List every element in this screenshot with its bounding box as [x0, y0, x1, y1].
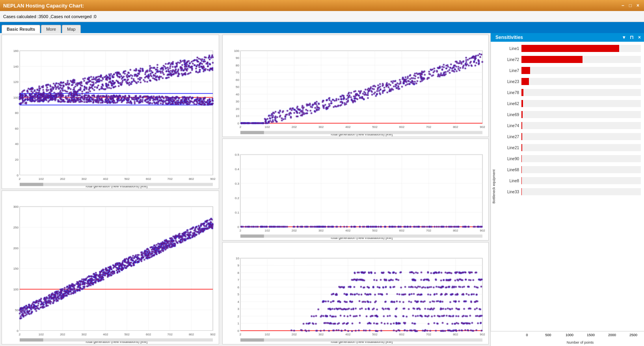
undervoltage-chart: Number of nodes with undervoltages vs po…	[222, 139, 489, 241]
bar-label-Line21: Line21	[500, 146, 521, 150]
bar-bg-Line72	[521, 56, 641, 63]
bar-fill-Line68	[521, 166, 522, 173]
overvoltage-chart: Number of nodes with overvoltage vs powe…	[222, 35, 489, 137]
bar-bg-Line23	[521, 78, 641, 85]
minimize-btn[interactable]: −	[620, 3, 626, 8]
sens-x-tick: 1000	[559, 333, 580, 337]
sens-x-tick: 2000	[601, 333, 623, 337]
bar-bg-Line7	[521, 67, 641, 74]
bar-bg-Line33	[521, 188, 641, 195]
sens-x-tick: 2500	[623, 333, 644, 337]
bar-fill-Line21	[521, 144, 522, 151]
sens-x-tick: 500	[538, 333, 559, 337]
bar-fill-Line90	[521, 155, 522, 162]
bar-bg-Line90	[521, 155, 641, 162]
bar-label-Line62: Line62	[500, 102, 521, 106]
bar-row-Line78: Line78	[500, 87, 641, 98]
bar-bg-Line1	[521, 45, 641, 52]
bar-label-Line74: Line74	[500, 124, 521, 128]
app-title: NEPLAN Hosting Capacity Chart:	[3, 3, 84, 9]
bar-row-Line21: Line21	[500, 142, 641, 153]
close-btn[interactable]: ×	[635, 3, 641, 8]
tab-basic-results[interactable]: Basic Results	[2, 25, 40, 33]
sensitivities-header: Sensitivities ▾ ⊓ ×	[491, 33, 644, 42]
sens-x-tick: 0	[516, 333, 538, 337]
bar-fill-Line1	[521, 45, 619, 52]
sens-dock-btn[interactable]: ⊓	[630, 35, 633, 40]
bar-chart-area: Line1Line72Line7Line23Line78Line62Line69…	[497, 42, 644, 331]
bar-label-Line27: Line27	[500, 135, 521, 139]
sens-x-label: Number of points	[516, 340, 644, 344]
bar-bg-Line8	[521, 177, 641, 184]
sens-close-btn[interactable]: ×	[638, 35, 641, 40]
bar-fill-Line72	[521, 56, 583, 63]
bar-bg-Line21	[521, 144, 641, 151]
tab-more[interactable]: More	[41, 25, 61, 33]
tab-bar: Basic Results More Map	[0, 22, 644, 33]
bar-bg-Line68	[521, 166, 641, 173]
bar-bg-Line69	[521, 111, 641, 118]
bar-fill-Line78	[521, 89, 523, 96]
bar-label-Line72: Line72	[500, 57, 521, 62]
loading-chart: Max. reported loading vs power Reference…	[2, 191, 219, 345]
bar-row-Line33: Line33	[500, 187, 641, 197]
bar-x-axis: 05001000150020002500	[491, 331, 644, 339]
bar-label-Line68: Line68	[500, 168, 521, 172]
bar-fill-Line7	[521, 67, 530, 74]
bar-fill-Line62	[521, 100, 523, 107]
bar-label-Line78: Line78	[500, 91, 521, 95]
voltage-chart: Min. and Max. reported voltages vs power…	[2, 35, 219, 189]
bar-row-Line74: Line74	[500, 120, 641, 131]
bar-fill-Line69	[521, 111, 523, 118]
loading-canvas[interactable]	[2, 191, 219, 344]
bar-bg-Line78	[521, 89, 641, 96]
sens-content: Bottleneck equipment Line1Line72Line7Lin…	[491, 42, 644, 331]
bar-fill-Line27	[521, 133, 522, 140]
bar-label-Line69: Line69	[500, 113, 521, 117]
overloaded-chart: Number of overloaded elements vs power R…	[222, 242, 489, 344]
maximize-btn[interactable]: □	[627, 3, 633, 8]
tab-map[interactable]: Map	[62, 25, 80, 33]
bar-row-Line23: Line23	[500, 76, 641, 87]
bar-label-Line33: Line33	[500, 190, 521, 194]
sens-pin-btn[interactable]: ▾	[623, 35, 625, 40]
bar-bg-Line27	[521, 133, 641, 140]
bar-label-Line90: Line90	[500, 157, 521, 161]
bar-bg-Line74	[521, 122, 641, 129]
bar-fill-Line23	[521, 78, 529, 85]
bar-fill-Line33	[521, 188, 522, 195]
info-bar: Cases calculated :3500 ,Cases not conver…	[0, 11, 644, 22]
bar-row-Line62: Line62	[500, 98, 641, 109]
sens-y-label: Bottleneck equipment	[491, 42, 497, 331]
bar-bg-Line62	[521, 100, 641, 107]
bar-row-Line90: Line90	[500, 154, 641, 164]
bar-row-Line68: Line68	[500, 165, 641, 175]
title-bar: NEPLAN Hosting Capacity Chart: − □ ×	[0, 0, 644, 11]
left-panel: Min. and Max. reported voltages vs power…	[0, 33, 221, 346]
sensitivities-title: Sensitivities	[495, 35, 523, 40]
main-content: Min. and Max. reported voltages vs power…	[0, 33, 644, 346]
bar-row-Line27: Line27	[500, 131, 641, 142]
cases-info: Cases calculated :3500 ,Cases not conver…	[3, 14, 97, 19]
bar-label-Line7: Line7	[500, 68, 521, 73]
bar-row-Line69: Line69	[500, 109, 641, 120]
bar-label-Line23: Line23	[500, 80, 521, 84]
bar-label-Line8: Line8	[500, 179, 521, 183]
sensitivities-panel: Sensitivities ▾ ⊓ × Bottleneck equipment…	[490, 33, 644, 346]
voltage-canvas[interactable]	[2, 35, 219, 189]
bar-row-Line7: Line7	[500, 65, 641, 76]
bar-row-Line1: Line1	[500, 43, 641, 54]
middle-panel: Number of nodes with overvoltage vs powe…	[221, 33, 490, 346]
sens-x-tick: 1500	[580, 333, 601, 337]
bar-fill-Line74	[521, 122, 522, 129]
bar-label-Line1: Line1	[500, 46, 521, 51]
undervoltage-canvas[interactable]	[223, 139, 488, 241]
window-controls[interactable]: − □ ×	[620, 3, 641, 8]
bar-row-Line72: Line72	[500, 54, 641, 65]
bar-fill-Line8	[521, 177, 522, 184]
overvoltage-canvas[interactable]	[223, 35, 488, 137]
bar-row-Line8: Line8	[500, 176, 641, 186]
overloaded-canvas[interactable]	[223, 242, 488, 344]
